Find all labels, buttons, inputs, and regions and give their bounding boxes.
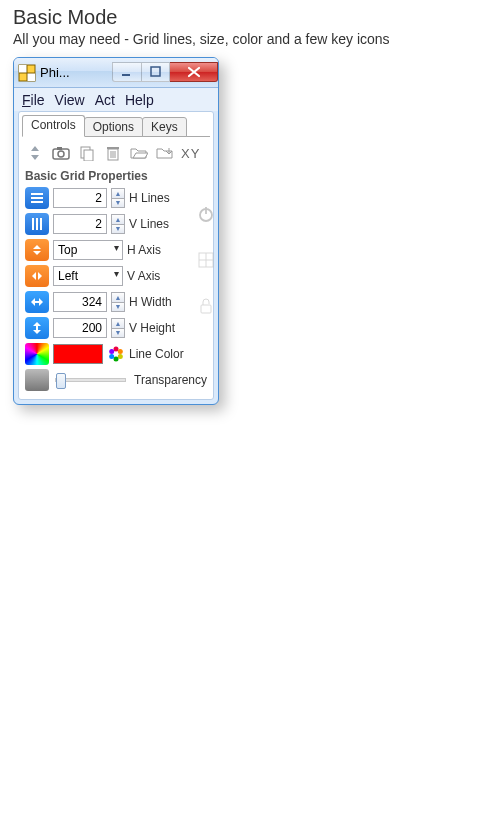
- row-haxis: H Axis: [19, 237, 213, 263]
- svg-point-8: [58, 151, 64, 157]
- app-icon: [18, 64, 36, 82]
- vaxis-label: V Axis: [127, 269, 160, 283]
- folder-import-icon[interactable]: [155, 143, 175, 163]
- section-title: Basic Grid Properties: [19, 167, 213, 185]
- app-window: Phi... File View Act Help Controls Optio…: [13, 57, 219, 405]
- color-swatch[interactable]: [53, 344, 103, 364]
- trash-icon[interactable]: [103, 143, 123, 163]
- menu-help[interactable]: Help: [125, 92, 154, 108]
- svg-rect-5: [122, 74, 130, 76]
- color-picker-icon[interactable]: [25, 343, 49, 365]
- svg-point-27: [118, 354, 123, 359]
- vheight-spinner[interactable]: ▲▼: [111, 318, 125, 338]
- vaxis-icon[interactable]: [25, 265, 49, 287]
- row-hwidth: ▲▼ H Width: [19, 289, 213, 315]
- page-subtitle: All you may need - Grid lines, size, col…: [13, 31, 503, 47]
- row-linecolor: Line Color: [19, 341, 213, 367]
- vheight-icon[interactable]: [25, 317, 49, 339]
- page-title: Basic Mode: [13, 6, 503, 29]
- menubar: File View Act Help: [14, 88, 218, 111]
- app-title: Phi...: [40, 65, 70, 80]
- copy-icon[interactable]: [77, 143, 97, 163]
- svg-rect-6: [151, 67, 160, 76]
- hwidth-input[interactable]: [53, 292, 107, 312]
- row-vlines: ▲▼ V Lines: [19, 211, 213, 237]
- svg-point-25: [114, 347, 119, 352]
- hlines-label: H Lines: [129, 191, 170, 205]
- toolbar: XY: [19, 137, 213, 167]
- vlines-input[interactable]: [53, 214, 107, 234]
- svg-point-31: [114, 352, 118, 356]
- power-icon[interactable]: [197, 205, 215, 223]
- vheight-label: V Height: [129, 321, 175, 335]
- svg-rect-2: [27, 73, 35, 81]
- haxis-icon[interactable]: [25, 239, 49, 261]
- vlines-spinner[interactable]: ▲▼: [111, 214, 125, 234]
- vlines-label: V Lines: [129, 217, 169, 231]
- tab-options[interactable]: Options: [84, 117, 143, 137]
- svg-rect-1: [19, 65, 27, 73]
- lock-icon[interactable]: [197, 297, 215, 315]
- vaxis-select[interactable]: [53, 266, 123, 286]
- svg-point-26: [118, 349, 123, 354]
- svg-point-29: [109, 354, 114, 359]
- vheight-input[interactable]: [53, 318, 107, 338]
- color-wheel-icon[interactable]: [107, 345, 125, 363]
- hlines-icon[interactable]: [25, 187, 49, 209]
- haxis-select[interactable]: [53, 240, 123, 260]
- row-vaxis: V Axis: [19, 263, 213, 289]
- hwidth-label: H Width: [129, 295, 172, 309]
- maximize-button[interactable]: [142, 62, 170, 82]
- menu-file[interactable]: File: [22, 92, 45, 108]
- svg-rect-37: [201, 305, 211, 313]
- svg-rect-9: [57, 147, 62, 150]
- vlines-icon[interactable]: [25, 213, 49, 235]
- tab-strip: Controls Options Keys: [19, 112, 213, 137]
- svg-rect-11: [84, 150, 93, 161]
- linecolor-label: Line Color: [129, 347, 184, 361]
- camera-icon[interactable]: [51, 143, 71, 163]
- titlebar[interactable]: Phi...: [14, 58, 218, 88]
- minimize-button[interactable]: [112, 62, 142, 82]
- svg-rect-16: [107, 147, 119, 149]
- hlines-input[interactable]: [53, 188, 107, 208]
- transparency-icon[interactable]: [25, 369, 49, 391]
- svg-point-30: [109, 349, 114, 354]
- row-hlines: ▲▼ H Lines: [19, 185, 213, 211]
- side-controls: [197, 205, 215, 315]
- hwidth-spinner[interactable]: ▲▼: [111, 292, 125, 312]
- hwidth-icon[interactable]: [25, 291, 49, 313]
- row-transparency: Transparency: [19, 367, 213, 393]
- hlines-spinner[interactable]: ▲▼: [111, 188, 125, 208]
- svg-point-28: [114, 357, 119, 362]
- menu-act[interactable]: Act: [95, 92, 115, 108]
- xy-button[interactable]: XY: [181, 146, 200, 161]
- close-button[interactable]: [170, 62, 218, 82]
- menu-view[interactable]: View: [55, 92, 85, 108]
- tab-controls[interactable]: Controls: [22, 115, 85, 137]
- transparency-slider[interactable]: [55, 378, 126, 382]
- sort-icon[interactable]: [25, 143, 45, 163]
- client-area: Controls Options Keys XY Basic Grid Prop…: [18, 111, 214, 400]
- haxis-label: H Axis: [127, 243, 161, 257]
- transparency-label: Transparency: [134, 373, 207, 387]
- row-vheight: ▲▼ V Height: [19, 315, 213, 341]
- slider-thumb[interactable]: [56, 373, 66, 389]
- grid-icon[interactable]: [197, 251, 215, 269]
- tab-keys[interactable]: Keys: [142, 117, 187, 137]
- folder-open-icon[interactable]: [129, 143, 149, 163]
